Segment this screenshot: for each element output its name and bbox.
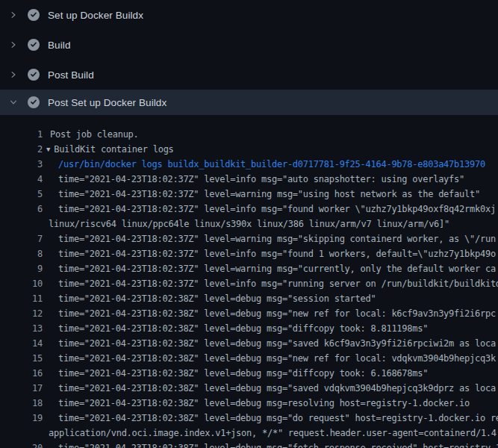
chevron-right-icon[interactable] — [8, 40, 19, 50]
log-line: 12time="2021-04-23T18:02:38Z" level=debu… — [0, 306, 498, 321]
log-line: 7time="2021-04-23T18:02:37Z" level=warni… — [0, 231, 498, 246]
chevron-right-icon[interactable] — [8, 10, 19, 20]
check-circle-icon — [28, 39, 40, 51]
line-number-link[interactable]: 7 — [0, 231, 43, 246]
group-expanded-triangle-icon[interactable]: ▼ — [46, 142, 50, 157]
line-number-link[interactable]: 16 — [0, 366, 43, 381]
log-text: time="2021-04-23T18:02:38Z" level=debug … — [58, 366, 428, 381]
group-title: BuildKit container logs — [54, 144, 173, 155]
line-number-link[interactable]: 8 — [0, 246, 43, 261]
step-label: Post Set up Docker Buildx — [48, 97, 166, 108]
step-label: Post Build — [48, 69, 94, 81]
log-line-continuation: application/vnd.oci.image.index.v1+json,… — [0, 426, 498, 441]
step-row-set-up-docker-buildx[interactable]: Set up Docker Buildx — [0, 0, 498, 30]
step-row-build[interactable]: Build — [0, 30, 498, 60]
log-line: 5time="2021-04-23T18:02:37Z" level=warni… — [0, 187, 498, 202]
log-text: time="2021-04-23T18:02:37Z" level=info m… — [58, 246, 496, 261]
steps-list: Set up Docker BuildxBuildPost BuildPost … — [0, 0, 498, 115]
log-line: 8time="2021-04-23T18:02:37Z" level=info … — [0, 246, 498, 261]
log-text: time="2021-04-23T18:02:37Z" level=info m… — [58, 276, 498, 291]
line-number-link[interactable]: 14 — [0, 336, 43, 351]
line-number-link[interactable]: 1 — [0, 127, 43, 142]
log-line: 1Post job cleanup. — [0, 127, 498, 142]
log-line: 20time="2021-04-23T18:02:38Z" level=debu… — [0, 441, 498, 448]
check-circle-icon — [28, 96, 40, 108]
log-line[interactable]: 2▼BuildKit container logs — [0, 142, 498, 157]
log-line: 4time="2021-04-23T18:02:37Z" level=info … — [0, 172, 498, 187]
line-number-link[interactable]: 15 — [0, 351, 43, 366]
log-text: time="2021-04-23T18:02:37Z" level=warnin… — [58, 187, 480, 202]
log-text: ▼BuildKit container logs — [46, 142, 174, 157]
log-text: time="2021-04-23T18:02:38Z" level=debug … — [58, 411, 498, 426]
line-number-link[interactable]: 17 — [0, 381, 43, 396]
log-text: linux/riscv64 linux/ppc64le linux/s390x … — [49, 217, 449, 231]
log-line: 3/usr/bin/docker logs buildx_buildkit_bu… — [0, 157, 498, 172]
log-line: 18time="2021-04-23T18:02:38Z" level=debu… — [0, 396, 498, 411]
log-text: time="2021-04-23T18:02:38Z" level=debug … — [58, 321, 428, 336]
line-number-link[interactable]: 20 — [0, 441, 43, 448]
line-number-link[interactable]: 9 — [0, 261, 43, 276]
log-line: 16time="2021-04-23T18:02:38Z" level=debu… — [0, 366, 498, 381]
log-text: time="2021-04-23T18:02:37Z" level=warnin… — [58, 231, 496, 246]
log-line: 9time="2021-04-23T18:02:37Z" level=warni… — [0, 261, 498, 276]
log-text: time="2021-04-23T18:02:38Z" level=debug … — [58, 306, 496, 321]
check-circle-icon — [28, 9, 40, 21]
log-command-text: /usr/bin/docker logs buildx_buildkit_bui… — [58, 157, 485, 172]
log-area: 1Post job cleanup.2▼BuildKit container l… — [0, 115, 498, 448]
log-line: 13time="2021-04-23T18:02:38Z" level=debu… — [0, 321, 498, 336]
log-line: 11time="2021-04-23T18:02:38Z" level=debu… — [0, 291, 498, 306]
log-line: 17time="2021-04-23T18:02:38Z" level=debu… — [0, 381, 498, 396]
chevron-right-icon[interactable] — [8, 69, 19, 80]
log-line: 19time="2021-04-23T18:02:38Z" level=debu… — [0, 411, 498, 426]
log-text: time="2021-04-23T18:02:38Z" level=debug … — [58, 336, 496, 351]
log-text: application/vnd.oci.image.index.v1+json,… — [49, 426, 497, 441]
step-label: Build — [48, 40, 71, 51]
log-text: time="2021-04-23T18:02:37Z" level=info m… — [58, 172, 464, 187]
line-number-link[interactable]: 5 — [0, 187, 43, 202]
line-number-link[interactable]: 4 — [0, 172, 43, 187]
step-row-post-set-up-docker-buildx[interactable]: Post Set up Docker Buildx — [0, 90, 498, 115]
line-number-link[interactable]: 6 — [0, 202, 43, 217]
log-text: time="2021-04-23T18:02:38Z" level=debug … — [58, 351, 496, 366]
log-text: Post job cleanup. — [50, 127, 139, 142]
line-number-link[interactable]: 11 — [0, 291, 43, 306]
log-line: 15time="2021-04-23T18:02:38Z" level=debu… — [0, 351, 498, 366]
check-circle-icon — [28, 69, 40, 81]
chevron-down-icon[interactable] — [8, 97, 19, 108]
log-text: time="2021-04-23T18:02:37Z" level=warnin… — [58, 261, 496, 276]
log-line: 14time="2021-04-23T18:02:38Z" level=debu… — [0, 336, 498, 351]
log-text: time="2021-04-23T18:02:38Z" level=debug … — [58, 396, 470, 411]
log-text: time="2021-04-23T18:02:37Z" level=info m… — [58, 202, 496, 217]
line-number-link[interactable]: 10 — [0, 276, 43, 291]
log-line: 6time="2021-04-23T18:02:37Z" level=info … — [0, 202, 498, 217]
line-number-link[interactable]: 18 — [0, 396, 43, 411]
log-text: time="2021-04-23T18:02:38Z" level=debug … — [58, 381, 496, 396]
line-number-link[interactable]: 3 — [0, 157, 43, 172]
log-line: 10time="2021-04-23T18:02:37Z" level=info… — [0, 276, 498, 291]
step-label: Set up Docker Buildx — [48, 10, 143, 21]
line-number-link[interactable]: 12 — [0, 306, 43, 321]
line-number-link[interactable]: 13 — [0, 321, 43, 336]
step-row-post-build[interactable]: Post Build — [0, 60, 498, 90]
log-text: time="2021-04-23T18:02:38Z" level=debug … — [58, 441, 498, 448]
log-text: time="2021-04-23T18:02:38Z" level=debug … — [58, 291, 376, 306]
log-line-continuation: linux/riscv64 linux/ppc64le linux/s390x … — [0, 217, 498, 231]
line-number-link[interactable]: 2 — [0, 142, 43, 157]
line-number-link[interactable]: 19 — [0, 411, 43, 426]
